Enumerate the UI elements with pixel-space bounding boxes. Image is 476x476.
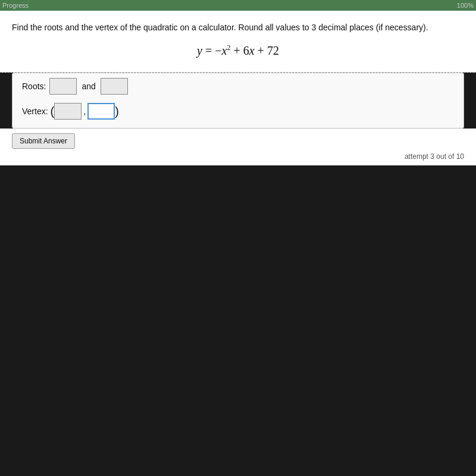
progress-bar: Progress 100% <box>0 0 476 11</box>
equation-text: y = −x2 + 6x + 72 <box>197 44 279 57</box>
submit-button[interactable]: Submit Answer <box>12 133 75 149</box>
open-paren: ( <box>51 105 55 117</box>
progress-bar-fill <box>0 0 476 11</box>
progress-percent: 100% <box>457 2 474 9</box>
equation-display: y = −x2 + 6x + 72 <box>12 43 464 58</box>
attempt-text: attempt 3 out of 10 <box>0 151 476 165</box>
dark-background <box>0 165 476 403</box>
question-text: Find the roots and the vertex of the qua… <box>12 21 464 34</box>
question-card: Find the roots and the vertex of the qua… <box>0 11 476 73</box>
and-text: and <box>82 82 95 91</box>
root-input-1[interactable] <box>49 78 77 95</box>
root-input-2[interactable] <box>101 78 128 95</box>
roots-label: Roots: <box>22 82 46 91</box>
progress-label: Progress <box>2 2 29 9</box>
vertex-y-input[interactable] <box>87 103 115 120</box>
vertex-x-input[interactable] <box>54 103 82 120</box>
vertex-label: Vertex: <box>22 107 48 116</box>
answer-box: Roots: and Vertex: ( , ) <box>12 73 464 129</box>
roots-row: Roots: and <box>22 78 454 95</box>
vertex-row: Vertex: ( , ) <box>22 103 454 120</box>
comma: , <box>83 107 86 116</box>
close-paren: ) <box>115 105 119 117</box>
submit-row: Submit Answer <box>0 129 476 151</box>
